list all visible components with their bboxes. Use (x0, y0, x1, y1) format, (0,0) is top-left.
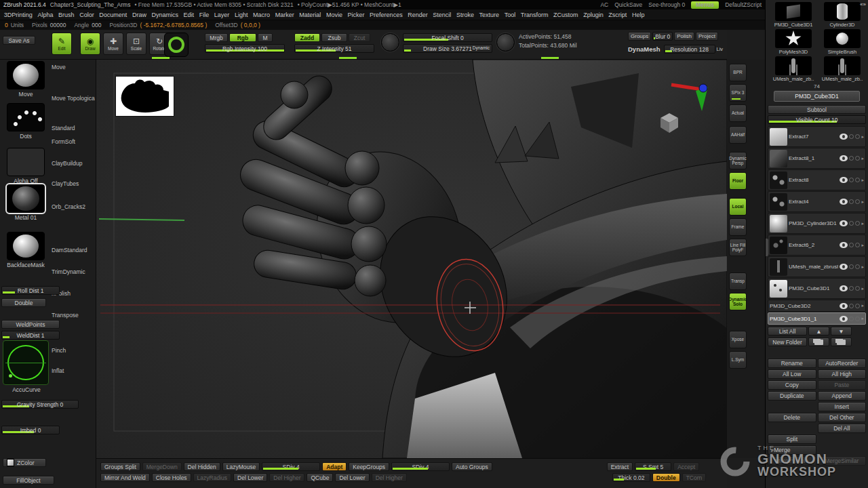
menu-item[interactable]: 3DPrinting (1, 12, 35, 18)
groups-button[interactable]: Groups (628, 32, 651, 41)
sculpt-toggle-icon[interactable] (855, 286, 860, 291)
imbed-slider[interactable]: Imbed 0 (1, 426, 60, 434)
menu-item[interactable]: Alpha (35, 12, 56, 18)
polypaint-toggle-icon[interactable] (849, 199, 854, 204)
shelf-button[interactable]: SDiv 4 (391, 462, 450, 471)
viewport-button[interactable]: Transp (729, 272, 747, 290)
polypaint-toggle-icon[interactable] (849, 243, 854, 247)
chevron-right-icon[interactable]: ▸ (861, 286, 864, 291)
m-button[interactable]: M (258, 33, 273, 42)
default-zscript-button[interactable]: DefaultZScript (725, 1, 762, 8)
viewport-button[interactable]: Xpose (729, 331, 747, 348)
rgb-intensity-slider[interactable]: Rgb Intensity 100 (205, 44, 285, 53)
subtool-action-button[interactable]: Del Other (818, 413, 867, 422)
subtool-item[interactable]: Extract6_2 ▸ (768, 235, 866, 256)
chevron-right-icon[interactable]: ▸ (861, 221, 864, 226)
active-tool-button[interactable]: PM3D_Cube3D1 (774, 91, 860, 102)
menu-item[interactable]: Brush (56, 12, 77, 18)
new-folder-button[interactable]: New Folder (768, 338, 807, 346)
ac-toggle[interactable]: AC (600, 1, 608, 8)
sculpt-toggle-icon[interactable] (855, 264, 860, 269)
menu-item[interactable]: Stroke (454, 12, 477, 18)
visibility-eye-icon[interactable] (840, 303, 848, 309)
shelf-divider-grip[interactable] (152, 57, 170, 59)
viewport-button[interactable]: Frame (729, 218, 747, 236)
rgb-button[interactable]: Rgb (229, 33, 256, 42)
brush-item[interactable]: Dots (3, 103, 48, 140)
polypaint-toggle-icon[interactable] (849, 221, 854, 226)
chevron-right-icon[interactable]: ▸ (861, 134, 864, 140)
menu-item[interactable]: Document (96, 12, 130, 18)
brush-item[interactable]: Move (3, 61, 48, 98)
brush-shortcut[interactable]: Inflat (52, 367, 95, 374)
mode-button[interactable]: ◉ Draw (80, 33, 100, 55)
menu-item[interactable]: Tool (502, 12, 518, 18)
subtool-item[interactable]: PM3D_Cube3D1_1 ▸ (768, 312, 866, 325)
shelf-button[interactable]: Extract (607, 462, 633, 471)
viewport-button[interactable]: L.Sym (729, 351, 747, 369)
polypaint-toggle-icon[interactable] (849, 286, 854, 291)
sculpt-toggle-icon[interactable] (855, 156, 860, 161)
brush-shortcut[interactable]: Move Topologica (52, 95, 95, 102)
menus-button[interactable]: Menus (691, 1, 719, 9)
subtool-item[interactable]: PM3D_Cylinder3D1 ▸ (768, 213, 866, 234)
viewport-button[interactable]: Dynamic Persp (729, 152, 747, 169)
chevron-right-icon[interactable]: ▸ (861, 178, 864, 183)
menu-item[interactable]: Zscript (606, 12, 630, 18)
shelf-button[interactable]: Close Holes (152, 473, 191, 482)
chevron-right-icon[interactable]: ▸ (861, 156, 864, 161)
shelf-button[interactable]: LazyRadius (193, 473, 231, 482)
subtool-action-button[interactable]: Del All (818, 424, 867, 433)
shelf-button[interactable]: Del Higher (269, 473, 304, 482)
alpha-icon[interactable] (496, 33, 515, 52)
subtool-action-button[interactable]: Rename (768, 359, 816, 368)
sculpt-toggle-icon[interactable] (855, 134, 860, 139)
visibility-eye-icon[interactable] (840, 177, 848, 183)
polypaint-toggle-icon[interactable] (849, 264, 854, 269)
chevron-right-icon[interactable]: ▸ (861, 243, 864, 248)
menu-item[interactable]: Macro (250, 12, 273, 18)
shelf-button[interactable]: Groups Split (100, 462, 140, 471)
subtool-item[interactable]: PM3D_Cube3D2 ▸ (768, 300, 866, 312)
mode-button[interactable]: ✎ Edit (52, 33, 72, 55)
folder-icon[interactable] (808, 338, 829, 346)
shelf-button[interactable]: KeepGroups (349, 462, 389, 471)
brush-item[interactable]: Alpha Off (3, 148, 48, 184)
zcolor-button[interactable]: ZColor (3, 458, 46, 467)
polypaint-toggle-icon[interactable] (849, 156, 854, 161)
subtool-action-button[interactable]: All Low (768, 369, 816, 379)
subtool-item[interactable]: Extract7 ▸ (768, 126, 866, 147)
menu-item[interactable]: Light (232, 12, 250, 18)
stroke-icon[interactable] (381, 33, 399, 52)
polypaint-toggle-icon[interactable] (849, 178, 854, 182)
visibility-eye-icon[interactable] (840, 220, 848, 226)
brush-item[interactable]: Metal 01 (3, 184, 48, 221)
menu-item[interactable]: Layer (212, 12, 232, 18)
subtool-action-button[interactable]: Merge (768, 445, 816, 455)
tool-item[interactable]: SimpleBrush (818, 29, 866, 55)
subtool-item[interactable]: Extract4 ▸ (768, 191, 866, 212)
move-up-button[interactable]: ▲ (808, 327, 829, 336)
see-through-slider[interactable]: See-through 0 (648, 1, 685, 8)
sculpt-toggle-icon[interactable] (855, 317, 860, 321)
fill-object-button[interactable]: FillObject (3, 476, 54, 485)
chevron-right-icon[interactable]: ▸ (861, 303, 864, 308)
chevron-right-icon[interactable]: ▸ (861, 264, 864, 270)
shelf-button[interactable]: TCorn (682, 473, 707, 482)
polish-button[interactable]: Polish (674, 32, 694, 41)
polypaint-toggle-icon[interactable] (849, 317, 854, 321)
menu-item[interactable]: Movie (323, 12, 345, 18)
subtool-action-button[interactable]: Split (768, 434, 816, 444)
viewport-button[interactable]: Local (729, 198, 747, 216)
stroke-preview[interactable] (164, 33, 189, 57)
subtool-item[interactable]: UMesh_male_zbrush5_17 ▸ (768, 256, 866, 277)
viewport-button[interactable]: Floor (729, 172, 747, 190)
menu-item[interactable]: Draw (130, 12, 149, 18)
polypaint-toggle-icon[interactable] (849, 304, 854, 308)
zadd-button[interactable]: Zadd (294, 33, 320, 42)
visibility-eye-icon[interactable] (840, 134, 848, 140)
brush-shortcut[interactable]: Move (52, 64, 95, 70)
menu-item[interactable]: Texture (477, 12, 502, 18)
tool-item[interactable]: PM3D_Cube3D1 (770, 2, 817, 28)
folder-icon[interactable] (831, 338, 852, 346)
